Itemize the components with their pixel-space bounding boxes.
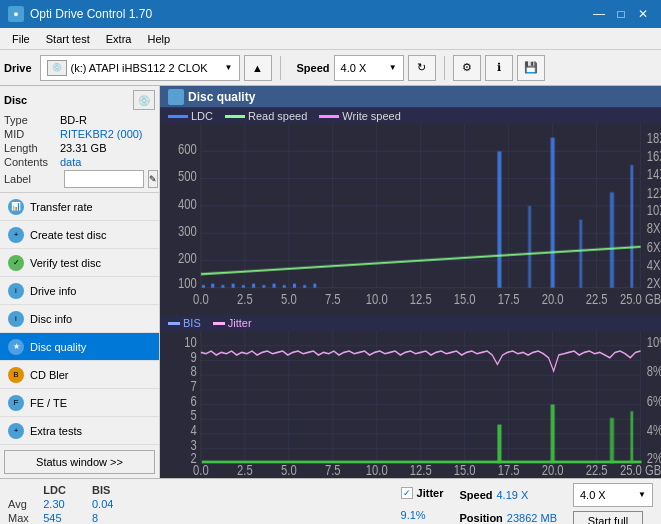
svg-text:200: 200 — [178, 250, 197, 267]
stats-max-row: Max 545 8 — [8, 511, 135, 524]
stats-max-label: Max — [8, 511, 43, 524]
create-test-disc-icon: + — [8, 227, 24, 243]
bottom-chart-svg: 10 9 8 7 6 5 4 3 2 10% 8% 6% 4% 2% 0.0 2… — [160, 331, 661, 478]
svg-text:22.5: 22.5 — [586, 291, 608, 308]
speed-select-area: 4.0 X ▼ Start full Start part — [565, 479, 661, 524]
svg-rect-48 — [242, 285, 245, 288]
svg-text:7.5: 7.5 — [325, 291, 341, 308]
legend-ldc-label: LDC — [191, 110, 213, 122]
nav-drive-info-label: Drive info — [30, 285, 76, 297]
nav-transfer-rate[interactable]: 📊 Transfer rate — [0, 193, 159, 221]
svg-text:0.0: 0.0 — [193, 462, 209, 478]
svg-text:100: 100 — [178, 274, 197, 291]
nav-disc-quality[interactable]: ★ Disc quality — [0, 333, 159, 361]
svg-text:6X: 6X — [647, 239, 661, 256]
menu-start-test[interactable]: Start test — [38, 28, 98, 49]
drive-selector[interactable]: 💿 (k:) ATAPI iHBS112 2 CLOK ▼ — [40, 55, 240, 81]
stats-table: LDC BIS Avg 2.30 0.04 Max 545 8 Total 87… — [0, 479, 393, 524]
menu-file[interactable]: File — [4, 28, 38, 49]
svg-text:10%: 10% — [647, 334, 661, 351]
svg-rect-50 — [262, 285, 265, 288]
svg-text:500: 500 — [178, 168, 197, 185]
nav-drive-info[interactable]: i Drive info — [0, 277, 159, 305]
disc-mid-value: RITEKBR2 (000) — [60, 128, 143, 140]
speed-select-arrow: ▼ — [638, 490, 646, 499]
disc-contents-label: Contents — [4, 156, 60, 168]
speed-select-dropdown[interactable]: 4.0 X ▼ — [573, 483, 653, 507]
stats-max-ldc: 545 — [43, 511, 92, 524]
title-controls: — □ ✕ — [589, 4, 653, 24]
svg-text:12.5: 12.5 — [410, 291, 432, 308]
svg-text:12X: 12X — [647, 184, 661, 201]
jitter-stats: ✓ Jitter 9.1% 9.9% — [393, 479, 452, 524]
close-button[interactable]: ✕ — [633, 4, 653, 24]
svg-text:6%: 6% — [647, 392, 661, 409]
nav-create-test-disc[interactable]: + Create test disc — [0, 221, 159, 249]
maximize-button[interactable]: □ — [611, 4, 631, 24]
disc-quality-icon: ★ — [8, 339, 24, 355]
save-button[interactable]: 💾 — [517, 55, 545, 81]
transfer-rate-icon: 📊 — [8, 199, 24, 215]
speed-selector[interactable]: 4.0 X ▼ — [334, 55, 404, 81]
stats-col-bis: BIS — [92, 483, 135, 497]
nav-disc-info[interactable]: i Disc info — [0, 305, 159, 333]
svg-text:10.0: 10.0 — [366, 462, 388, 478]
nav-extra-tests-label: Extra tests — [30, 425, 82, 437]
nav-fe-te[interactable]: F FE / TE — [0, 389, 159, 417]
speed-stat-label: Speed — [459, 489, 492, 501]
svg-text:20.0: 20.0 — [542, 291, 564, 308]
nav-cd-bler[interactable]: B CD Bler — [0, 361, 159, 389]
menu-extra[interactable]: Extra — [98, 28, 140, 49]
disc-type-value: BD-R — [60, 114, 87, 126]
svg-text:18X: 18X — [647, 130, 661, 147]
svg-rect-53 — [293, 284, 296, 288]
start-full-button[interactable]: Start full — [573, 511, 643, 524]
eject-button[interactable]: ▲ — [244, 55, 272, 81]
disc-eject-icon[interactable]: 💿 — [133, 90, 155, 110]
disc-label-input[interactable] — [64, 170, 144, 188]
speed-value: 4.0 X — [341, 62, 367, 74]
minimize-button[interactable]: — — [589, 4, 609, 24]
speed-label: Speed — [297, 62, 330, 74]
disc-type-row: Type BD-R — [4, 114, 155, 126]
bottom-chart-container: 10 9 8 7 6 5 4 3 2 10% 8% 6% 4% 2% 0.0 2… — [160, 331, 661, 478]
svg-rect-44 — [202, 285, 205, 288]
svg-text:600: 600 — [178, 140, 197, 157]
toolbar-separator-2 — [444, 56, 445, 80]
info-button[interactable]: ℹ — [485, 55, 513, 81]
drive-icon: 💿 — [47, 60, 67, 76]
toolbar: Drive 💿 (k:) ATAPI iHBS112 2 CLOK ▼ ▲ Sp… — [0, 50, 661, 86]
jitter-header: ✓ Jitter — [401, 487, 444, 499]
svg-text:10X: 10X — [647, 202, 661, 219]
nav-verify-test-disc[interactable]: ✓ Verify test disc — [0, 249, 159, 277]
disc-length-row: Length 23.31 GB — [4, 142, 155, 154]
status-window-button[interactable]: Status window >> — [4, 450, 155, 474]
refresh-button[interactable]: ↻ — [408, 55, 436, 81]
drive-value: (k:) ATAPI iHBS112 2 CLOK — [71, 62, 208, 74]
nav-create-test-disc-label: Create test disc — [30, 229, 106, 241]
settings-button[interactable]: ⚙ — [453, 55, 481, 81]
jitter-legend: Jitter — [213, 317, 252, 329]
stats-avg-ldc: 2.30 — [43, 497, 92, 511]
svg-text:400: 400 — [178, 195, 197, 212]
nav-extra-tests[interactable]: + Extra tests — [0, 417, 159, 445]
disc-length-label: Length — [4, 142, 60, 154]
menu-bar: File Start test Extra Help — [0, 28, 661, 50]
jitter-checkbox[interactable]: ✓ — [401, 487, 413, 499]
stats-avg-label: Avg — [8, 497, 43, 511]
title-bar: ● Opti Drive Control 1.70 — □ ✕ — [0, 0, 661, 28]
svg-text:17.5: 17.5 — [498, 291, 520, 308]
legend-read: Read speed — [225, 110, 307, 122]
svg-rect-59 — [579, 220, 582, 288]
svg-text:4X: 4X — [647, 256, 661, 273]
svg-rect-109 — [202, 461, 642, 464]
svg-text:10.0: 10.0 — [366, 291, 388, 308]
nav-cd-bler-label: CD Bler — [30, 369, 69, 381]
disc-label-edit-button[interactable]: ✎ — [148, 170, 158, 188]
svg-rect-49 — [252, 284, 255, 288]
svg-rect-57 — [551, 138, 555, 288]
stats-max-bis: 8 — [92, 511, 135, 524]
svg-text:22.5: 22.5 — [586, 462, 608, 478]
svg-text:5.0: 5.0 — [281, 291, 297, 308]
menu-help[interactable]: Help — [139, 28, 178, 49]
